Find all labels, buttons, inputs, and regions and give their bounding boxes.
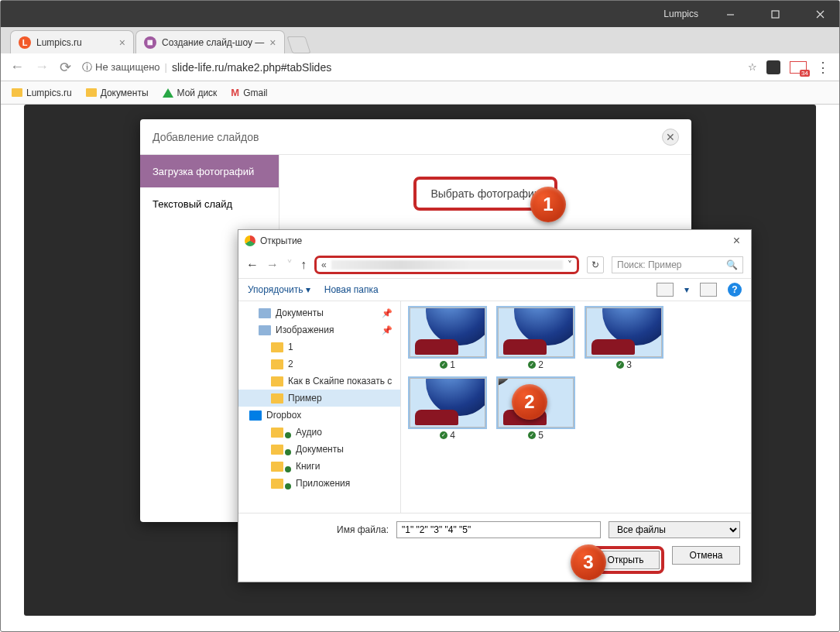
chrome-icon bbox=[245, 235, 255, 246]
tab-favicon: ▦ bbox=[144, 36, 156, 49]
tree-documents[interactable]: Документы📌 bbox=[238, 304, 400, 321]
file-search-field[interactable]: Поиск: Пример 🔍 bbox=[612, 256, 743, 273]
modal-close-button[interactable]: ✕ bbox=[662, 129, 679, 146]
tree-dropbox-apps[interactable]: Приложения bbox=[238, 475, 400, 492]
address-field[interactable]: ⓘ Не защищено | bbox=[82, 60, 737, 74]
sync-badge-icon: ✓ bbox=[528, 361, 536, 369]
file-thumb-3[interactable]: ✓3 bbox=[585, 307, 663, 370]
back-button[interactable]: ← bbox=[10, 59, 24, 75]
sync-badge-icon: ✓ bbox=[440, 361, 447, 369]
browser-tabstrip: L Lumpics.ru × ▦ Создание слайд-шоу — × bbox=[1, 27, 839, 53]
tab-title: Lumpics.ru bbox=[36, 37, 82, 48]
new-folder-button[interactable]: Новая папка bbox=[324, 284, 379, 295]
cancel-button[interactable]: Отмена bbox=[672, 546, 740, 565]
svg-rect-0 bbox=[772, 11, 779, 18]
file-thumb-4[interactable]: ✓4 bbox=[409, 378, 486, 441]
chevron-down-icon[interactable]: ˅ bbox=[567, 259, 572, 270]
url-input[interactable] bbox=[172, 61, 435, 74]
bookmark-drive[interactable]: Мой диск bbox=[163, 88, 218, 98]
filetype-select[interactable]: Все файлы bbox=[609, 521, 740, 538]
menu-icon[interactable]: ⋮ bbox=[816, 59, 830, 76]
sync-icon bbox=[285, 483, 291, 489]
tree-folder-2[interactable]: 2 bbox=[238, 356, 400, 373]
modal-tab-text[interactable]: Текстовый слайд bbox=[140, 187, 279, 220]
folder-icon bbox=[271, 462, 283, 472]
file-dialog-title: Открытие bbox=[260, 235, 302, 246]
new-tab-button[interactable] bbox=[286, 36, 310, 53]
tree-folder-skype[interactable]: Как в Скайпе показать с bbox=[238, 373, 400, 390]
tree-folder-example[interactable]: Пример bbox=[238, 390, 400, 407]
view-mode-button[interactable] bbox=[657, 283, 674, 297]
bookmark-gmail[interactable]: MGmail bbox=[231, 87, 267, 98]
tree-dropbox-audio[interactable]: Аудио bbox=[238, 424, 400, 441]
chevron-down-icon[interactable]: ▾ bbox=[684, 284, 689, 295]
images-icon bbox=[259, 325, 271, 335]
security-indicator[interactable]: ⓘ Не защищено bbox=[82, 60, 160, 74]
file-thumb-1[interactable]: ✓1 bbox=[409, 307, 486, 370]
tree-dropbox-docs[interactable]: Документы bbox=[238, 441, 400, 458]
modal-title: Добавление слайдов bbox=[153, 131, 259, 143]
file-toolbar: Упорядочить ▾ Новая папка ▾ ? bbox=[238, 278, 751, 301]
window-minimize-button[interactable] bbox=[717, 5, 743, 23]
forward-button[interactable]: → bbox=[35, 59, 49, 75]
bookmark-documents[interactable]: Документы bbox=[86, 88, 149, 98]
search-placeholder: Поиск: Пример bbox=[617, 259, 682, 270]
browser-tab-0[interactable]: L Lumpics.ru × bbox=[10, 30, 134, 53]
pin-icon: 📌 bbox=[382, 325, 393, 335]
reload-button[interactable]: ⟳ bbox=[60, 59, 71, 76]
modal-tab-upload[interactable]: Загрузка фотографий bbox=[140, 155, 279, 187]
tree-folder-1[interactable]: 1 bbox=[238, 338, 400, 356]
folder-icon bbox=[271, 479, 283, 489]
window-maximize-button[interactable] bbox=[762, 5, 788, 23]
filename-input[interactable] bbox=[396, 521, 601, 538]
sync-icon bbox=[285, 466, 291, 472]
info-icon: ⓘ bbox=[82, 60, 92, 74]
browser-tab-1[interactable]: ▦ Создание слайд-шоу — × bbox=[135, 30, 285, 53]
tab-close-icon[interactable]: × bbox=[269, 36, 276, 49]
file-path-field[interactable]: « ˅ bbox=[314, 256, 579, 274]
folder-icon bbox=[12, 88, 22, 97]
tab-close-icon[interactable]: × bbox=[119, 36, 125, 49]
file-up-button[interactable]: ˅ bbox=[286, 258, 293, 273]
extension-icon[interactable] bbox=[766, 60, 780, 74]
file-up-icon[interactable]: ↑ bbox=[300, 258, 307, 272]
file-open-dialog: Открытие × ← → ˅ ↑ « ˅ ↻ Поиск: Пример 🔍… bbox=[238, 229, 752, 582]
preview-pane-button[interactable] bbox=[700, 283, 717, 297]
insecure-label: Не защищено bbox=[95, 61, 160, 73]
bookmark-star-icon[interactable]: ☆ bbox=[748, 61, 757, 73]
sync-icon bbox=[285, 449, 291, 455]
tree-dropbox[interactable]: Dropbox bbox=[238, 407, 400, 424]
tab-favicon: L bbox=[19, 36, 31, 49]
folder-icon bbox=[271, 428, 283, 438]
tree-images[interactable]: Изображения📌 bbox=[238, 321, 400, 338]
callout-3: 3 bbox=[571, 544, 606, 580]
file-tree: Документы📌 Изображения📌 1 2 Как в Скайпе… bbox=[238, 301, 401, 513]
file-thumb-2[interactable]: ✓2 bbox=[497, 307, 574, 370]
drive-icon bbox=[163, 88, 173, 98]
refresh-button[interactable]: ↻ bbox=[587, 256, 604, 273]
help-button[interactable]: ? bbox=[728, 283, 742, 297]
tree-dropbox-books[interactable]: Книги bbox=[238, 458, 400, 475]
sync-icon bbox=[285, 432, 291, 438]
folder-icon bbox=[271, 359, 283, 369]
browser-addressbar: ← → ⟳ ⓘ Не защищено | ☆ ⋮ bbox=[1, 53, 839, 81]
file-grid: ✓1 ✓2 ✓3 ✓4 ✓5 bbox=[401, 301, 751, 513]
file-dialog-close-button[interactable]: × bbox=[729, 234, 745, 248]
bookmarks-bar: Lumpics.ru Документы Мой диск MGmail bbox=[1, 81, 839, 105]
window-titlebar: Lumpics bbox=[1, 1, 839, 27]
documents-icon bbox=[259, 308, 271, 318]
folder-icon bbox=[271, 445, 283, 455]
callout-1: 1 bbox=[530, 187, 566, 222]
folder-icon bbox=[271, 376, 283, 386]
gmail-icon: M bbox=[231, 87, 239, 98]
window-close-button[interactable] bbox=[807, 5, 833, 23]
bookmark-lumpics[interactable]: Lumpics.ru bbox=[12, 88, 72, 98]
organize-menu[interactable]: Упорядочить ▾ bbox=[248, 284, 310, 295]
file-forward-button[interactable]: → bbox=[266, 258, 279, 272]
callout-2: 2 bbox=[512, 384, 547, 420]
folder-icon bbox=[271, 342, 283, 352]
sync-badge-icon: ✓ bbox=[616, 361, 624, 369]
path-blurred bbox=[331, 260, 563, 270]
file-back-button[interactable]: ← bbox=[246, 258, 259, 272]
gmail-extension-icon[interactable] bbox=[790, 61, 807, 74]
